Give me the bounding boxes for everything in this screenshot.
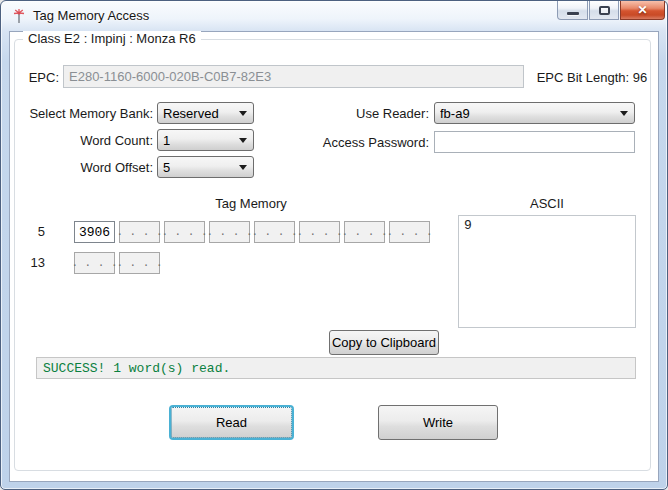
word-offset-row-label: 5	[5, 224, 45, 239]
access-password-label: Access Password:	[301, 135, 429, 150]
read-button-label: Read	[216, 415, 247, 430]
window-title: Tag Memory Access	[33, 8, 149, 23]
memory-word-cell: . . . .	[389, 221, 430, 243]
minimize-button[interactable]	[557, 1, 588, 20]
memory-word-cell: . . . .	[344, 221, 385, 243]
tag-memory-title: Tag Memory	[61, 196, 441, 211]
tag-memory-access-window: Tag Memory Access ✕ Class E2 : Impinj : …	[0, 0, 668, 490]
close-icon: ✕	[637, 4, 647, 16]
epc-field	[63, 65, 524, 88]
ascii-output[interactable]: 9	[458, 215, 636, 328]
write-button[interactable]: Write	[378, 405, 498, 440]
memory-word-cell: . . . .	[74, 252, 115, 274]
close-button[interactable]: ✕	[620, 1, 665, 20]
chevron-down-icon	[239, 138, 247, 143]
use-reader-select[interactable]: fb-a9	[434, 102, 635, 124]
chevron-down-icon	[239, 165, 247, 170]
word-count-label: Word Count:	[21, 133, 153, 148]
memory-word-cell: . . . .	[119, 252, 160, 274]
epc-label: EPC:	[21, 70, 59, 85]
word-offset-label: Word Offset:	[21, 160, 153, 175]
memory-word-cell: . . . .	[254, 221, 295, 243]
memory-word-cell[interactable]: 3906	[74, 221, 115, 243]
rfid-antenna-icon	[11, 8, 27, 24]
memory-word-cell: . . . .	[299, 221, 340, 243]
epc-bit-length-label: EPC Bit Length: 96	[529, 70, 655, 85]
maximize-button[interactable]	[589, 1, 619, 20]
memory-bank-value: Reserved	[163, 106, 219, 121]
tag-class-title: Class E2 : Impinj : Monza R6	[23, 31, 201, 46]
chevron-down-icon	[620, 111, 628, 116]
word-count-select[interactable]: 1	[157, 129, 254, 151]
status-message: SUCCESS! 1 word(s) read.	[36, 357, 636, 379]
word-offset-value: 5	[163, 160, 170, 175]
memory-word-cell: . . . .	[164, 221, 205, 243]
word-offset-row-label: 13	[5, 255, 45, 270]
copy-to-clipboard-button[interactable]: Copy to Clipboard	[329, 330, 439, 355]
maximize-icon	[599, 6, 610, 15]
use-reader-value: fb-a9	[440, 106, 470, 121]
chevron-down-icon	[239, 111, 247, 116]
ascii-title: ASCII	[458, 196, 636, 211]
memory-bank-select[interactable]: Reserved	[157, 102, 254, 124]
minimize-icon	[567, 12, 579, 15]
memory-word-cell: . . . .	[209, 221, 250, 243]
focus-ring: Read	[171, 407, 292, 438]
use-reader-label: Use Reader:	[301, 106, 429, 121]
word-count-value: 1	[163, 133, 170, 148]
access-password-field[interactable]	[434, 131, 635, 153]
read-button[interactable]: Read	[169, 405, 294, 440]
memory-word-cell: . . . .	[119, 221, 160, 243]
word-offset-select[interactable]: 5	[157, 156, 254, 178]
memory-bank-label: Select Memory Bank:	[21, 106, 153, 121]
